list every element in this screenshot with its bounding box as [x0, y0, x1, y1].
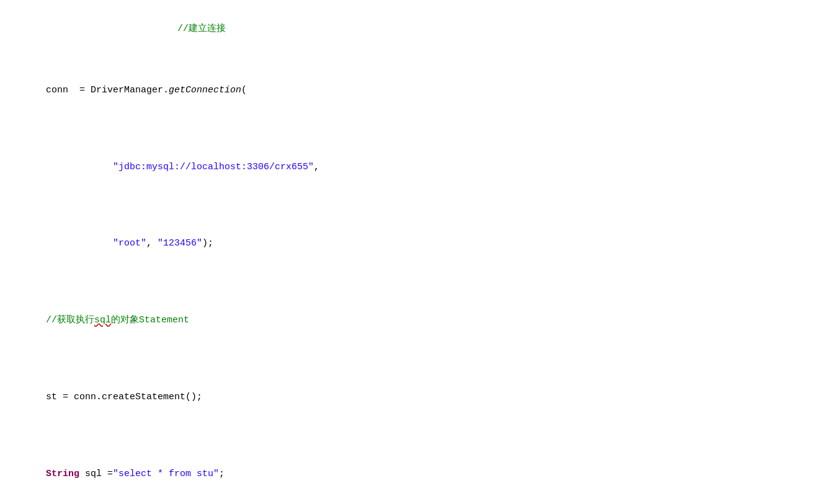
code-line-2: conn = DriverManager.getConnection( — [0, 52, 818, 129]
code-line-5: //获取执行sql的对象Statement — [0, 283, 818, 360]
code-line-3: "jdbc:mysql://localhost:3306/crx655", — [0, 129, 818, 206]
comment-jianlianjiie: //建立连接 — [35, 24, 226, 34]
code-line-4: "root", "123456"); — [0, 206, 818, 283]
code-container: //建立连接 conn = DriverManager.getConnectio… — [0, 0, 818, 504]
code-line-7: String sql ="select * from stu"; — [0, 436, 818, 504]
code-line-6: st = conn.createStatement(); — [0, 359, 818, 436]
code-line-1: //建立连接 — [0, 6, 818, 52]
